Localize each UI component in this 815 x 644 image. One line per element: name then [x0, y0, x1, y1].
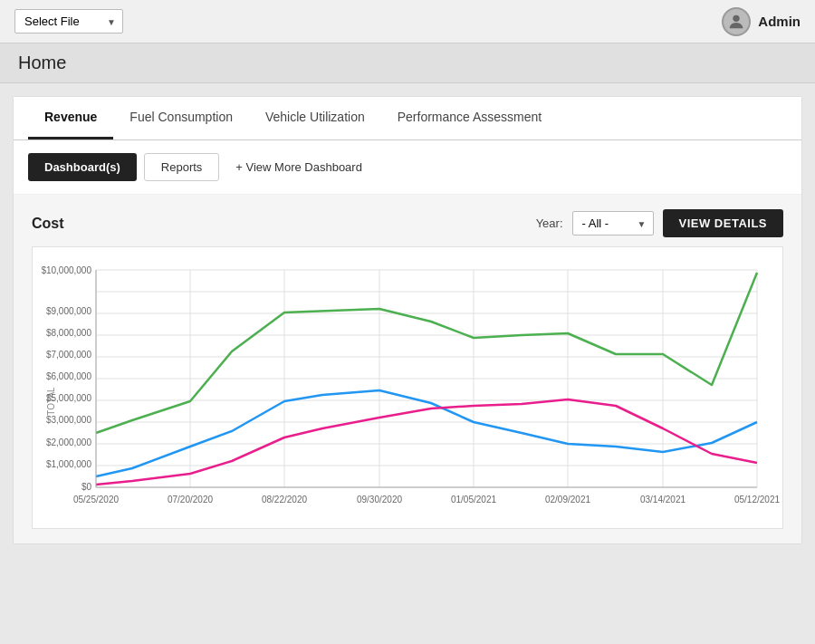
svg-text:05/12/2021: 05/12/2021	[734, 495, 780, 505]
svg-text:$10,000,000: $10,000,000	[42, 265, 91, 275]
tab-revenue[interactable]: Revenue	[28, 97, 113, 139]
cost-chart: TOTAL	[42, 256, 793, 519]
svg-text:$5,000,000: $5,000,000	[46, 393, 91, 403]
dashboard-button[interactable]: Dashboard(s)	[28, 153, 137, 181]
tabs-bar: Revenue Fuel Consumption Vehicle Utiliza…	[14, 97, 801, 140]
blue-line	[96, 390, 757, 476]
home-header: Home	[0, 43, 815, 83]
tab-fuel-consumption[interactable]: Fuel Consumption	[113, 97, 249, 139]
svg-text:$9,000,000: $9,000,000	[46, 306, 91, 316]
svg-point-0	[734, 14, 740, 21]
user-avatar-icon	[722, 7, 751, 36]
svg-text:01/05/2021: 01/05/2021	[451, 495, 496, 505]
svg-text:$0: $0	[82, 482, 92, 492]
chart-controls: Year: - All -20202021 VIEW DETAILS	[536, 209, 783, 237]
top-bar: Select FileFile 1File 2 Admin	[0, 0, 815, 43]
svg-text:07/20/2020: 07/20/2020	[168, 495, 213, 505]
chart-title: Cost	[32, 216, 64, 232]
select-file-wrapper[interactable]: Select FileFile 1File 2	[14, 9, 123, 34]
sub-toolbar: Dashboard(s) Reports + View More Dashboa…	[14, 140, 801, 195]
tab-performance-assessment[interactable]: Performance Assessment	[381, 97, 559, 139]
year-select-dropdown[interactable]: - All -20202021	[572, 211, 654, 235]
year-select-wrapper[interactable]: - All -20202021	[572, 211, 654, 235]
svg-text:$3,000,000: $3,000,000	[46, 415, 91, 425]
svg-text:03/14/2021: 03/14/2021	[640, 495, 686, 505]
tab-vehicle-utilization[interactable]: Vehicle Utilization	[249, 97, 381, 139]
pink-line	[96, 399, 757, 485]
svg-text:$6,000,000: $6,000,000	[46, 371, 91, 381]
user-name: Admin	[758, 14, 801, 29]
main-content: Revenue Fuel Consumption Vehicle Utiliza…	[13, 96, 802, 544]
svg-text:$7,000,000: $7,000,000	[46, 350, 91, 360]
svg-text:$1,000,000: $1,000,000	[46, 459, 91, 469]
select-file-dropdown[interactable]: Select FileFile 1File 2	[14, 9, 123, 34]
user-area: Admin	[722, 7, 801, 36]
view-details-button[interactable]: VIEW DETAILS	[663, 209, 783, 237]
page-title: Home	[18, 53, 797, 73]
svg-text:09/30/2020: 09/30/2020	[357, 495, 402, 505]
reports-button[interactable]: Reports	[144, 153, 220, 181]
svg-text:05/25/2020: 05/25/2020	[73, 495, 119, 505]
svg-text:02/09/2021: 02/09/2021	[545, 495, 590, 505]
view-more-dashboard-link[interactable]: + View More Dashboard	[226, 154, 371, 180]
svg-text:08/22/2020: 08/22/2020	[262, 495, 307, 505]
svg-text:$2,000,000: $2,000,000	[46, 437, 91, 447]
chart-container: TOTAL	[32, 246, 783, 529]
chart-header: Cost Year: - All -20202021 VIEW DETAILS	[32, 209, 783, 237]
year-label: Year:	[536, 216, 563, 230]
svg-text:$8,000,000: $8,000,000	[46, 328, 91, 338]
chart-section: Cost Year: - All -20202021 VIEW DETAILS …	[14, 195, 801, 543]
